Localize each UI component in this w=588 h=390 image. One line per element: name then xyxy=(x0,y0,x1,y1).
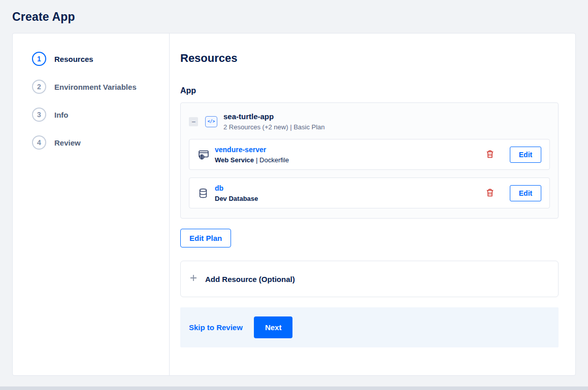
page-title: Create App xyxy=(12,10,576,24)
stepper-step-environment-variables[interactable]: 2 Environment Variables xyxy=(32,80,169,94)
trash-icon xyxy=(485,192,495,199)
step-label: Resources xyxy=(54,55,93,63)
wizard-stepper: 1 Resources 2 Environment Variables 3 In… xyxy=(13,33,170,375)
resource-text: db Dev Database xyxy=(215,184,260,202)
resource-subtitle: Dev Database xyxy=(215,195,260,202)
skip-to-review-link[interactable]: Skip to Review xyxy=(189,323,243,332)
app-group-card: − </> sea-turtle-app 2 Resources (+2 new… xyxy=(180,102,559,219)
collapse-button[interactable]: − xyxy=(189,117,198,126)
resource-text: vendure-server Web Service| Dockerfile xyxy=(215,145,289,164)
minus-icon: − xyxy=(191,118,195,126)
step-number-badge: 1 xyxy=(32,52,46,66)
step-label: Review xyxy=(54,138,81,147)
step-label: Info xyxy=(54,111,69,119)
step-label: Environment Variables xyxy=(54,83,137,91)
resources-heading: Resources xyxy=(180,52,559,65)
delete-resource-button[interactable] xyxy=(484,149,496,160)
edit-resource-button[interactable]: Edit xyxy=(510,147,541,163)
trash-icon xyxy=(485,153,495,161)
resource-subtitle: Web Service| Dockerfile xyxy=(215,156,289,164)
step-number-badge: 3 xyxy=(32,108,46,122)
stepper-step-info[interactable]: 3 Info xyxy=(32,108,169,122)
page-bottom-divider xyxy=(0,386,588,390)
resources-panel: Resources App − </> sea-turtle-app 2 Res… xyxy=(170,33,575,375)
resource-type: Dev Database xyxy=(215,195,258,202)
app-code-icon: </> xyxy=(205,116,217,127)
resource-name-link[interactable]: db xyxy=(215,184,223,192)
plus-icon xyxy=(189,274,198,284)
next-button[interactable]: Next xyxy=(254,316,293,338)
app-group-header: − </> sea-turtle-app 2 Resources (+2 new… xyxy=(181,103,558,139)
resource-type: Web Service xyxy=(215,156,254,164)
stepper-step-review[interactable]: 4 Review xyxy=(32,135,169,150)
app-section-label: App xyxy=(180,86,559,95)
add-resource-card[interactable]: Add Resource (Optional) xyxy=(180,261,559,297)
create-app-page: Create App 1 Resources 2 Environment Var… xyxy=(0,0,588,376)
app-name: sea-turtle-app xyxy=(223,112,325,121)
resource-detail: | Dockerfile xyxy=(256,156,289,164)
add-resource-label: Add Resource (Optional) xyxy=(205,275,295,283)
edit-plan-button[interactable]: Edit Plan xyxy=(180,229,231,247)
step-number-badge: 2 xyxy=(32,80,46,94)
resource-name-link[interactable]: vendure-server xyxy=(215,146,266,154)
edit-resource-button[interactable]: Edit xyxy=(510,185,541,201)
web-service-icon xyxy=(198,149,210,161)
resource-row-vendure-server: vendure-server Web Service| Dockerfile xyxy=(189,139,550,170)
app-subtitle: 2 Resources (+2 new) | Basic Plan xyxy=(223,123,325,131)
step-number-badge: 4 xyxy=(32,135,46,150)
app-title-block: sea-turtle-app 2 Resources (+2 new) | Ba… xyxy=(223,112,325,131)
database-icon xyxy=(198,187,210,199)
create-app-wizard-card: 1 Resources 2 Environment Variables 3 In… xyxy=(12,33,576,376)
delete-resource-button[interactable] xyxy=(484,188,496,199)
stepper-step-resources[interactable]: 1 Resources xyxy=(32,52,169,66)
wizard-footer-bar: Skip to Review Next xyxy=(180,307,559,347)
resource-row-db: db Dev Database xyxy=(189,178,550,208)
